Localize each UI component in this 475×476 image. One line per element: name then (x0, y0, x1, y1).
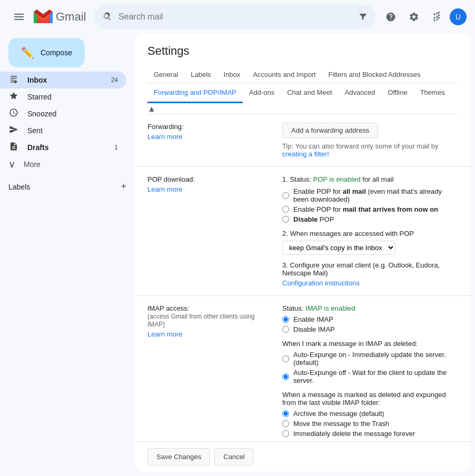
imap-enable-option[interactable]: Enable IMAP (282, 315, 458, 323)
settings-tabs-top: General Labels Inbox Accounts and Import… (147, 66, 458, 83)
pop-option-disable[interactable]: Disable POP (282, 215, 458, 223)
settings-body: Forwarding: Learn more Add a forwarding … (135, 114, 471, 441)
tab-labels[interactable]: Labels (184, 66, 217, 83)
imap-deleted-label: When I mark a message in IMAP as deleted… (282, 340, 458, 348)
sidebar-item-snoozed[interactable]: Snoozed (0, 105, 126, 122)
pop-status-text: POP is enabled (313, 175, 361, 183)
compose-label: Compose (41, 48, 72, 57)
scroll-up-button[interactable]: ▲ (147, 104, 156, 114)
inbox-icon (8, 74, 19, 86)
pop-status: 1. Status: POP is enabled for all mail (282, 175, 458, 183)
imap-auto-on[interactable]: Auto-Expunge on - Immediately update the… (282, 351, 458, 366)
save-changes-button[interactable]: Save Changes (147, 448, 210, 465)
cancel-button[interactable]: Cancel (214, 448, 253, 465)
imap-status-text: IMAP is enabled (305, 304, 355, 312)
forwarding-label: Forwarding: (147, 123, 184, 131)
imap-trash[interactable]: Move the message to the Trash (282, 420, 458, 428)
add-forwarding-button[interactable]: Add a forwarding address (282, 123, 378, 138)
sidebar-item-drafts[interactable]: Drafts 1 (0, 139, 126, 156)
imap-auto-off[interactable]: Auto-Expunge off - Wait for the client t… (282, 369, 458, 384)
drafts-icon (8, 142, 19, 154)
tab-themes[interactable]: Themes (414, 83, 451, 103)
sidebar: ✏️ Compose Inbox 24 Starred (0, 34, 135, 476)
filter-icon[interactable] (358, 12, 368, 22)
starred-label: Starred (27, 93, 118, 101)
search-icon (103, 12, 112, 22)
drafts-label: Drafts (27, 143, 106, 152)
pop-client-section: 3. Configure your email client (e.g. Out… (282, 261, 458, 287)
tab-advanced[interactable]: Advanced (339, 83, 382, 103)
imap-expunged-section: When a message is marked as deleted and … (282, 391, 458, 438)
settings-header: Settings General Labels Inbox Accounts a… (135, 34, 471, 114)
apps-button[interactable] (427, 6, 448, 27)
more-label: More (24, 160, 41, 168)
sidebar-item-starred[interactable]: Starred (0, 88, 126, 105)
inbox-count: 24 (111, 76, 118, 84)
topbar-icons: U (380, 6, 467, 27)
forwarding-label-cell: Forwarding: Learn more (135, 114, 282, 167)
tab-addons[interactable]: Add-ons (243, 83, 281, 103)
sidebar-item-sent[interactable]: Sent (0, 122, 126, 139)
labels-section: Labels + (0, 177, 135, 196)
imap-expunged-label: When a message is marked as deleted and … (282, 391, 458, 406)
starred-icon (8, 91, 19, 103)
menu-button[interactable] (8, 6, 29, 27)
pop-option-new[interactable]: Enable POP for mail that arrives from no… (282, 205, 458, 213)
forwarding-learn-more[interactable]: Learn more (147, 133, 270, 141)
imap-sub-label: (access Gmail from other clients using I… (147, 313, 254, 328)
forwarding-content: Add a forwarding address Tip: You can al… (282, 114, 471, 167)
pop-options: Enable POP for all mail (even mail that'… (282, 187, 458, 223)
create-filter-link[interactable]: creating a filter! (282, 150, 329, 158)
tab-filters[interactable]: Filters and Blocked Addresses (322, 66, 427, 83)
main-layout: ✏️ Compose Inbox 24 Starred (0, 34, 475, 476)
compose-button[interactable]: ✏️ Compose (8, 38, 85, 67)
snoozed-label: Snoozed (27, 110, 118, 118)
imap-label-cell: IMAP access: (access Gmail from other cl… (135, 296, 282, 442)
pop-content: 1. Status: POP is enabled for all mail E… (282, 167, 471, 296)
pop-when-section: 2. When messages are accessed with POP k… (282, 230, 458, 255)
sidebar-item-more[interactable]: ∨ More (0, 156, 135, 173)
compose-icon: ✏️ (21, 46, 34, 59)
settings-footer: Save Changes Cancel (135, 441, 471, 472)
more-chevron-icon: ∨ (8, 158, 15, 170)
sent-label: Sent (27, 126, 118, 135)
settings-button[interactable] (403, 6, 424, 27)
gmail-logo: Gmail (34, 7, 86, 26)
settings-table: Forwarding: Learn more Add a forwarding … (135, 114, 471, 441)
imap-enable-options: Enable IMAP Disable IMAP (282, 315, 458, 333)
pop-learn-more[interactable]: Learn more (147, 185, 270, 193)
topbar: Gmail U (0, 0, 475, 34)
imap-content: Status: IMAP is enabled Enable IMAP Disa… (282, 296, 471, 442)
pop-when-label: 2. When messages are accessed with POP (282, 230, 458, 237)
add-label-button[interactable]: + (121, 181, 126, 192)
sidebar-item-inbox[interactable]: Inbox 24 (0, 72, 126, 88)
imap-row: IMAP access: (access Gmail from other cl… (135, 296, 471, 442)
snoozed-icon (8, 108, 19, 120)
pop-option-all[interactable]: Enable POP for all mail (even mail that'… (282, 187, 458, 203)
tab-offline[interactable]: Offline (381, 83, 413, 103)
imap-archive[interactable]: Archive the message (default) (282, 410, 458, 418)
tab-forwarding[interactable]: Forwarding and POP/IMAP (147, 83, 243, 103)
pop-client-label: 3. Configure your email client (e.g. Out… (282, 261, 458, 277)
imap-label: IMAP access: (147, 304, 189, 312)
imap-deleted-options: Auto-Expunge on - Immediately update the… (282, 351, 458, 384)
help-button[interactable] (380, 6, 401, 27)
tab-accounts[interactable]: Accounts and Import (246, 66, 322, 83)
pop-when-select[interactable]: keep Gmail's copy in the Inboxarchive Gm… (282, 241, 395, 255)
settings-title: Settings (147, 44, 458, 58)
pop-row: POP download: Learn more 1. Status: POP … (135, 167, 471, 296)
forwarding-row: Forwarding: Learn more Add a forwarding … (135, 114, 471, 167)
imap-disable-option[interactable]: Disable IMAP (282, 325, 458, 333)
imap-deleted-section: When I mark a message in IMAP as deleted… (282, 340, 458, 384)
tab-chat[interactable]: Chat and Meet (281, 83, 338, 103)
pop-config-link[interactable]: Configuration instructions (282, 279, 458, 287)
tab-inbox[interactable]: Inbox (217, 66, 247, 83)
search-input[interactable] (118, 12, 352, 22)
gmail-text: Gmail (56, 10, 86, 24)
tab-general[interactable]: General (147, 66, 184, 83)
avatar[interactable]: U (450, 8, 467, 25)
imap-delete-forever[interactable]: Immediately delete the message forever (282, 430, 458, 438)
imap-learn-more[interactable]: Learn more (147, 330, 270, 338)
settings-panel: Settings General Labels Inbox Accounts a… (135, 34, 471, 472)
search-bar (94, 5, 376, 29)
